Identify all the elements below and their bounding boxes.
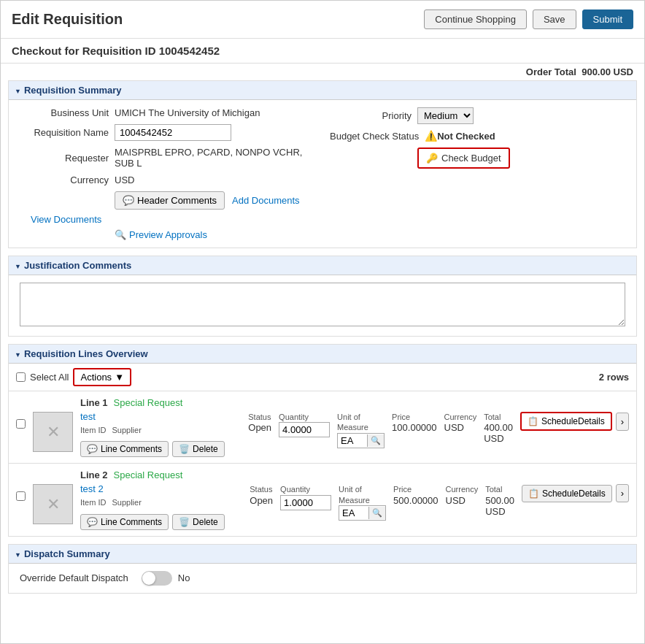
justification-body [9, 275, 636, 336]
total-value: 500.00USD [485, 495, 514, 517]
status-label: Status [250, 484, 273, 494]
view-documents-link[interactable]: View Documents [31, 214, 101, 225]
quantity-label: Quantity [280, 484, 331, 494]
justification-section: Justification Comments [8, 256, 637, 337]
currency-row: Currency USD [20, 175, 315, 185]
order-total-label: Order Total [526, 66, 576, 77]
requester-value: MAISPRBL EPRO, PCARD, NONPO VCHR, SUB L [115, 147, 315, 169]
page-header: Edit Requisition Continue Shopping Save … [1, 1, 644, 39]
line-2-quantity-input[interactable] [280, 495, 331, 510]
line-1-name[interactable]: test [80, 411, 96, 422]
line-1-status-group: Status Open [248, 412, 271, 433]
line-2-delete-button[interactable]: 🗑️ Delete [172, 514, 225, 530]
line-2-checkbox-area [16, 469, 26, 503]
line-1-supplier-group: Supplier [112, 425, 141, 435]
collapse-icon [15, 85, 21, 96]
line-2-status-group: Status Open [250, 484, 273, 505]
item-id-label: Item ID [80, 425, 106, 435]
line-2-name[interactable]: test 2 [80, 483, 104, 494]
currency-label: Currency [444, 412, 477, 422]
collapse-icon [15, 260, 21, 271]
line-2-total-group: Total 500.00USD [485, 484, 514, 516]
preview-approvals-link[interactable]: 🔍 Preview Approvals [115, 229, 207, 240]
uom-label: Unit ofMeasure [339, 484, 386, 505]
line-1-delete-button[interactable]: 🗑️ Delete [172, 441, 225, 457]
toggle-container: No [142, 571, 190, 586]
continue-shopping-button[interactable]: Continue Shopping [424, 9, 527, 29]
line-2-quantity-group: Quantity [280, 484, 331, 510]
line-2-checkbox[interactable] [16, 491, 26, 501]
line-1-quantity-input[interactable] [279, 422, 330, 437]
check-budget-button[interactable]: 🔑 Check Budget [417, 147, 510, 169]
line-1-nav-arrow[interactable]: › [616, 413, 629, 431]
dispatch-body: Override Default Dispatch No [9, 564, 636, 593]
line-2-uom-input[interactable] [339, 506, 368, 520]
override-toggle[interactable] [142, 571, 172, 586]
requisition-lines-header[interactable]: Requisition Lines Overview [9, 345, 636, 364]
total-label: Total [484, 412, 513, 422]
line-1-checkbox-area [16, 397, 26, 431]
line-1-title-row: Line 1 Special Request [80, 397, 241, 408]
price-value: 100.00000 [392, 422, 436, 433]
req-name-input[interactable] [115, 124, 231, 141]
line-2-comments-button[interactable]: 💬 Line Comments [80, 514, 169, 530]
justification-title: Justification Comments [24, 260, 131, 271]
line-1-action-buttons: 💬 Line Comments 🗑️ Delete [80, 441, 241, 457]
supplier-label: Supplier [112, 425, 141, 435]
line-2-schedule-details-button[interactable]: 📋 ScheduleDetails [522, 485, 612, 502]
line-2-nav-arrow[interactable]: › [616, 484, 629, 502]
line-1-comments-button[interactable]: 💬 Line Comments [80, 441, 169, 457]
uom-label: Unit ofMeasure [337, 412, 385, 433]
currency-value: USD [115, 175, 134, 185]
dispatch-summary-header[interactable]: Dispatch Summary [9, 545, 636, 564]
requisition-summary-title: Requisition Summary [24, 85, 122, 96]
line-2-image: ✕ [33, 484, 73, 524]
header-buttons: Continue Shopping Save Submit [424, 9, 633, 29]
line-2-supplier-group: Supplier [112, 497, 141, 507]
key-icon: 🔑 [426, 153, 438, 164]
business-unit-label: Business Unit [20, 107, 115, 118]
save-button[interactable]: Save [533, 9, 576, 29]
select-all-label: Select All [30, 372, 69, 383]
line-2-field-columns: Status Open Quantity Unit ofMeasure 🔍 Pr… [250, 484, 514, 521]
budget-check-row: Budget Check Status ⚠️ Not Checked [330, 130, 625, 142]
toggle-knob [142, 572, 155, 585]
submit-button[interactable]: Submit [582, 9, 633, 29]
line-1-schedule-area: 📋 ScheduleDetails › [520, 412, 629, 431]
comment-icon: 💬 [87, 517, 98, 527]
uom-search-icon[interactable]: 🔍 [367, 434, 384, 447]
requisition-summary-header[interactable]: Requisition Summary [9, 81, 636, 100]
checkout-line: Checkout for Requisition ID 1004542452 [1, 39, 644, 64]
line-1-schedule-details-button[interactable]: 📋 ScheduleDetails [520, 412, 612, 431]
collapse-icon [15, 548, 21, 559]
line-1-uom-input-row: 🔍 [337, 433, 385, 448]
select-all-checkbox[interactable] [16, 372, 26, 382]
lines-header-row: Select All Actions ▼ 2 rows [9, 364, 636, 391]
rows-count: 2 rows [599, 372, 629, 383]
line-1-checkbox[interactable] [16, 419, 26, 429]
justification-header[interactable]: Justification Comments [9, 256, 636, 275]
preview-icon: 🔍 [115, 229, 126, 240]
toggle-value: No [178, 572, 190, 583]
actions-button[interactable]: Actions ▼ [73, 368, 131, 386]
priority-select[interactable]: Medium Low High [417, 107, 474, 124]
uom-search-icon[interactable]: 🔍 [368, 507, 385, 519]
no-image-icon: ✕ [47, 423, 60, 442]
line-2-type: Special Request [114, 469, 183, 480]
line-2-currency-group: Currency USD [446, 484, 479, 505]
comment-icon: 💬 [123, 195, 134, 206]
header-comments-button[interactable]: 💬 Header Comments [115, 191, 225, 210]
line-1-uom-input[interactable] [338, 434, 367, 448]
line-1-currency-group: Currency USD [444, 412, 477, 433]
priority-label: Priority [330, 110, 417, 121]
line-2-schedule-area: 📋 ScheduleDetails › [522, 484, 629, 502]
trash-icon: 🗑️ [179, 444, 190, 454]
line-2-details: Line 2 Special Request test 2 Item ID Su… [80, 469, 242, 529]
dispatch-row: Override Default Dispatch No [20, 571, 625, 586]
item-id-label: Item ID [80, 497, 106, 507]
currency-value: USD [444, 422, 477, 433]
line-item: ✕ Line 1 Special Request test Item ID Su… [9, 391, 636, 463]
justification-textarea[interactable] [20, 283, 625, 326]
add-documents-link[interactable]: Add Documents [232, 195, 300, 206]
line-1-fields: Item ID Supplier [80, 425, 241, 435]
